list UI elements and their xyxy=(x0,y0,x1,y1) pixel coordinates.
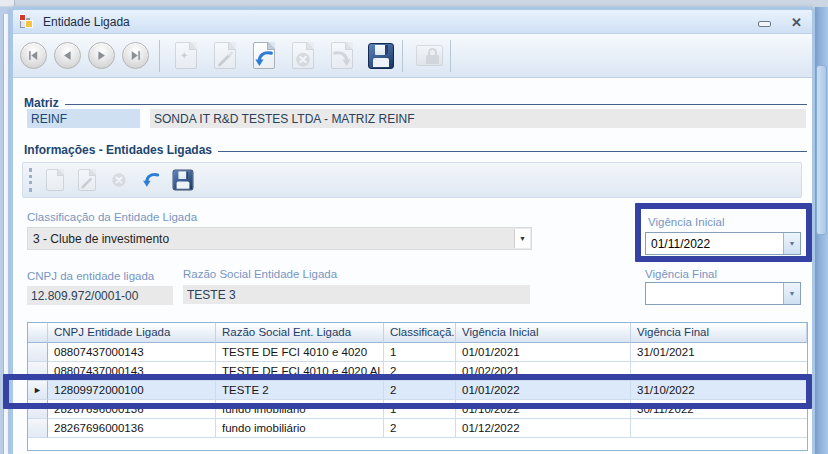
grid-corner-cell xyxy=(28,323,48,343)
grid-header-row: CNPJ Entidade Ligada Razão Social Ent. L… xyxy=(28,323,807,343)
matriz-name-field: SONDA IT R&D TESTES LTDA - MATRIZ REINF xyxy=(150,109,806,128)
cell-classificacao[interactable]: 2 xyxy=(384,381,456,400)
cancel-button[interactable] xyxy=(105,166,133,194)
linked-entities-grid: CNPJ Entidade Ligada Razão Social Ent. L… xyxy=(27,322,808,451)
cell-vigencia-final[interactable]: 31/10/2022 xyxy=(631,381,807,400)
new-record-button[interactable]: ✦ xyxy=(169,39,203,73)
matriz-group-header: Matriz xyxy=(24,96,807,110)
move-last-icon xyxy=(128,48,143,63)
cell-vigencia-inicial[interactable]: 01/01/2021 xyxy=(456,343,631,362)
new-record-icon: ✦ xyxy=(175,42,197,69)
cell-vigencia-inicial[interactable]: 01/02/2021 xyxy=(456,362,631,381)
cell-classificacao[interactable]: 2 xyxy=(384,419,456,438)
cell-vigencia-inicial[interactable]: 01/12/2022 xyxy=(456,419,631,438)
new-record-icon xyxy=(46,169,64,191)
column-header-vigencia-inicial[interactable]: Vigência Inicial xyxy=(456,323,631,343)
vigencia-final-label: Vigência Final xyxy=(645,268,717,280)
new-record-button[interactable] xyxy=(41,166,69,194)
redo-button[interactable] xyxy=(325,39,359,73)
cell-vigencia-final[interactable] xyxy=(631,362,807,381)
window-title: Entidade Ligada xyxy=(43,15,130,29)
classificacao-combo[interactable]: 3 - Clube de investimento ▼ xyxy=(27,227,532,250)
vigencia-inicial-label: Vigência Inicial xyxy=(648,216,725,228)
minimize-button[interactable] xyxy=(755,14,773,30)
cell-razao[interactable]: fundo imobiliário xyxy=(216,419,384,438)
background-window-edge xyxy=(3,14,8,454)
cell-razao[interactable]: TESTE 2 xyxy=(216,381,384,400)
table-row[interactable]: 08807437000143 TESTE DE FCI 4010 e 4020 … xyxy=(28,362,807,381)
cell-cnpj[interactable]: 28267696000136 xyxy=(48,419,216,438)
column-header-classificacao[interactable]: Classificaçã... xyxy=(384,323,456,343)
vigencia-inicial-picker[interactable]: 01/11/2022 ▼ xyxy=(645,232,801,255)
move-next-button[interactable] xyxy=(88,42,115,69)
cell-razao[interactable]: TESTE DE FCI 4010 e 4020 ALT... xyxy=(216,362,384,381)
move-first-button[interactable] xyxy=(20,42,47,69)
chevron-down-icon[interactable]: ▼ xyxy=(783,283,800,304)
circle-x-icon xyxy=(292,47,314,69)
chevron-down-icon[interactable]: ▼ xyxy=(514,229,530,248)
cell-vigencia-final[interactable]: 30/11/2022 xyxy=(631,400,807,419)
cell-cnpj[interactable]: 08807437000143 xyxy=(48,343,216,362)
cell-classificacao[interactable]: 2 xyxy=(384,362,456,381)
cell-cnpj[interactable]: 28267696000136 xyxy=(48,400,216,419)
cell-vigencia-inicial[interactable]: 01/10/2022 xyxy=(456,400,631,419)
cell-razao[interactable]: TESTE DE FCI 4010 e 4020 xyxy=(216,343,384,362)
row-selector[interactable] xyxy=(28,400,48,419)
cell-vigencia-final[interactable]: 31/01/2021 xyxy=(631,343,807,362)
column-header-vigencia-final[interactable]: Vigência Final xyxy=(631,323,807,343)
linked-entities-group-header: Informações - Entidades Ligadas xyxy=(24,143,807,157)
current-row-pointer-icon: ► xyxy=(33,385,42,395)
screen: Entidade Ligada ✕ ✦ xyxy=(0,0,828,454)
undo-button[interactable] xyxy=(247,39,281,73)
table-row[interactable]: 28267696000136 fundo imobiliário 1 01/10… xyxy=(28,400,807,419)
save-button[interactable] xyxy=(169,166,197,194)
toolbar-grip[interactable] xyxy=(29,168,33,192)
column-header-cnpj[interactable]: CNPJ Entidade Ligada xyxy=(48,323,216,343)
row-selector[interactable] xyxy=(28,419,48,438)
move-previous-button[interactable] xyxy=(54,42,81,69)
vigencia-inicial-value: 01/11/2022 xyxy=(651,237,710,251)
minimize-icon xyxy=(758,21,771,27)
edit-record-button[interactable] xyxy=(208,39,242,73)
scrollbar-thumb[interactable] xyxy=(816,65,827,235)
cell-razao[interactable]: fundo imobiliário xyxy=(216,400,384,419)
cell-vigencia-final[interactable] xyxy=(631,419,807,438)
vigencia-final-picker[interactable]: ▼ xyxy=(645,282,801,305)
cell-classificacao[interactable]: 1 xyxy=(384,343,456,362)
save-button[interactable] xyxy=(364,39,398,73)
group-divider xyxy=(65,104,807,105)
blue-arrow-icon xyxy=(253,47,275,69)
classificacao-label: Classificação da Entidade Ligada xyxy=(27,211,197,223)
title-bar[interactable]: Entidade Ligada ✕ xyxy=(13,10,812,34)
lock-button[interactable] xyxy=(412,39,446,73)
table-row[interactable]: 28267696000136 fundo imobiliário 2 01/12… xyxy=(28,419,807,438)
mdi-background-top xyxy=(0,0,828,7)
cell-vigencia-inicial[interactable]: 01/01/2022 xyxy=(456,381,631,400)
cancel-button[interactable] xyxy=(286,39,320,73)
mdi-vertical-scrollbar[interactable] xyxy=(815,7,828,454)
chevron-down-icon[interactable]: ▼ xyxy=(783,233,800,254)
edit-record-button[interactable] xyxy=(73,166,101,194)
close-button[interactable]: ✕ xyxy=(791,15,802,30)
cell-classificacao[interactable]: 1 xyxy=(384,400,456,419)
save-icon xyxy=(368,43,394,69)
row-selector[interactable] xyxy=(28,362,48,381)
row-selector[interactable]: ► xyxy=(28,381,48,400)
cell-cnpj[interactable]: 12809972000100 xyxy=(48,381,216,400)
circle-x-icon xyxy=(109,170,129,190)
save-icon xyxy=(173,170,194,191)
column-header-razao[interactable]: Razão Social Ent. Ligada xyxy=(216,323,384,343)
cnpj-field: 12.809.972/0001-00 xyxy=(27,286,173,305)
undo-button[interactable] xyxy=(137,166,165,194)
cnpj-label: CNPJ da entidade ligada xyxy=(27,270,154,282)
mdi-background-corner xyxy=(0,0,15,6)
toolbar-separator xyxy=(450,40,451,72)
table-row[interactable]: 08807437000143 TESTE DE FCI 4010 e 4020 … xyxy=(28,343,807,362)
matriz-group-label: Matriz xyxy=(24,96,59,110)
cell-cnpj[interactable]: 08807437000143 xyxy=(48,362,216,381)
move-next-icon xyxy=(94,48,109,63)
row-selector[interactable] xyxy=(28,343,48,362)
matriz-code-field: REINF xyxy=(27,109,140,128)
move-last-button[interactable] xyxy=(122,42,149,69)
table-row-selected[interactable]: ► 12809972000100 TESTE 2 2 01/01/2022 31… xyxy=(28,381,807,400)
